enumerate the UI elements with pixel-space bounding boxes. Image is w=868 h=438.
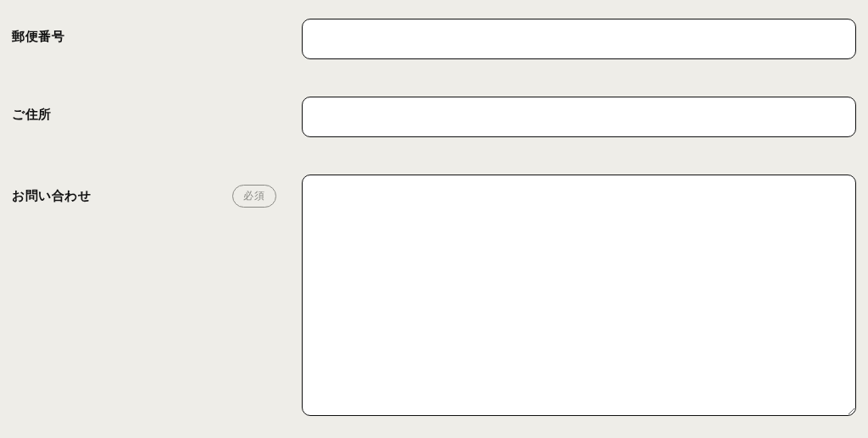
form-row-inquiry: お問い合わせ 必須 [12, 175, 856, 419]
label-area: お問い合わせ 必須 [12, 175, 302, 208]
input-area [302, 97, 856, 137]
inquiry-textarea[interactable] [302, 175, 856, 416]
input-area [302, 175, 856, 419]
form-row-postal-code: 郵便番号 [12, 19, 856, 59]
postal-code-input[interactable] [302, 19, 856, 59]
label-area: 郵便番号 [12, 19, 302, 45]
postal-code-label: 郵便番号 [12, 29, 64, 45]
input-area [302, 19, 856, 59]
address-input[interactable] [302, 97, 856, 137]
required-badge: 必須 [232, 185, 276, 208]
label-area: ご住所 [12, 97, 302, 123]
inquiry-label: お問い合わせ [12, 188, 91, 204]
form-row-address: ご住所 [12, 97, 856, 137]
address-label: ご住所 [12, 107, 52, 123]
